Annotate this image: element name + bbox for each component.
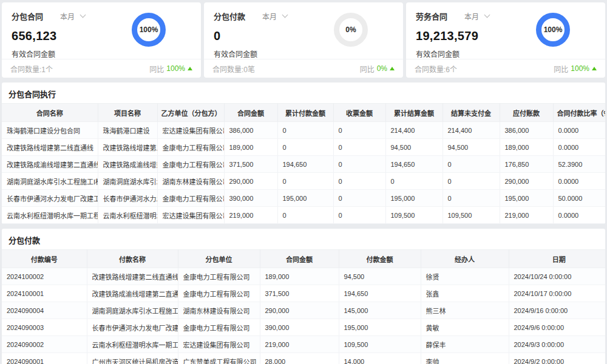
yoy-value: 0% xyxy=(377,64,387,73)
cell: 黄敏 xyxy=(421,319,509,336)
cell: 2024/9/2 0:00:00 xyxy=(509,353,605,364)
amount-value: 656,123 xyxy=(2,22,201,43)
period-dropdown[interactable]: 本月 xyxy=(60,11,85,21)
cell: 0.0000 xyxy=(553,122,605,139)
column-header: 合同金额 xyxy=(224,104,277,122)
card-title: 分包付款 xyxy=(214,10,245,22)
cell: 194,650 xyxy=(385,156,443,173)
cell: 290,000 xyxy=(260,302,339,319)
cell: 94,500 xyxy=(339,268,421,285)
cell: 50.0000 xyxy=(553,190,605,207)
cell: 湖南洞庭湖水库引水工程施工I标分包合同 xyxy=(87,302,178,319)
table-row[interactable]: 改建铁路成渝线增建第二直通线改建铁路成渝线增建第二直通线金康电力工程有限公司37… xyxy=(2,156,605,173)
column-header: 分包单位 xyxy=(178,250,260,268)
column-header: 应付账款 xyxy=(500,104,553,122)
column-header: 累计付款金额 xyxy=(277,104,333,122)
period-dropdown[interactable]: 本月 xyxy=(262,11,287,21)
column-header: 合同金额 xyxy=(260,250,339,268)
cell: 109,500 xyxy=(385,207,443,224)
cell: 2024/9/3 0:00:00 xyxy=(509,336,605,353)
column-header: 付款名称 xyxy=(87,250,178,268)
cell: 145,000 xyxy=(339,302,421,319)
table-row[interactable]: 云南水利枢纽潜明水库一期工程施工云南水利枢纽潜明水库一期工程施工宏达建设集团有限… xyxy=(2,207,605,224)
cell: 0 xyxy=(443,190,500,207)
cell: 改建铁路成渝线增建第二直通线（成渝枢纽 xyxy=(87,285,178,302)
arrow-up-icon xyxy=(592,67,597,70)
cell: 金康电力工程有限公司 xyxy=(157,190,224,207)
table-row[interactable]: 2024090002云南水利枢纽潜明水库一期工程施工I标分宏达建设集团有限公司2… xyxy=(2,336,605,353)
cell: 176,850 xyxy=(500,156,553,173)
cell: 14,000 xyxy=(339,353,421,364)
column-header: 项目名称 xyxy=(98,104,157,122)
cell: 390,000 xyxy=(260,319,339,336)
cell: 0 xyxy=(443,173,500,190)
cell: 219,000 xyxy=(224,207,277,224)
table-row[interactable]: 2024100002改建铁路线增建第二线直通线（成都-西安金康电力工程有限公司1… xyxy=(2,268,605,285)
section-title: 分包合同执行 xyxy=(2,83,605,103)
cell: 改建铁路线增建第二线直通线 xyxy=(2,139,98,156)
cell: 2024100001 xyxy=(2,285,87,302)
cell: 薛保丰 xyxy=(421,336,509,353)
cell: 0 xyxy=(443,156,500,173)
cell: 长春市伊通河水力发电厂改建工程 xyxy=(2,190,98,207)
table-row[interactable]: 湖南洞庭湖水库引水工程施工I标湖南洞庭湖水库引水工程施工I标湖南东林建设有限公司… xyxy=(2,173,605,190)
cell: 张鑫 xyxy=(421,285,509,302)
cell: 湖南东林建设有限公司 xyxy=(157,173,224,190)
cell: 195,000 xyxy=(339,319,421,336)
yoy-label: 同比 xyxy=(554,64,568,74)
table-row[interactable]: 2024090001广州市天河区统计局机房改造项目分包合同广东赞美成工程有限公司… xyxy=(2,353,605,364)
yoy-label: 同比 xyxy=(360,64,375,74)
card-header: 分包合同 本月 xyxy=(2,2,201,22)
column-header: 合同名称 xyxy=(2,104,98,122)
cell: 熊三林 xyxy=(421,302,509,319)
card-title: 劳务合同 xyxy=(416,10,447,22)
column-header: 乙方单位（分包方） xyxy=(157,104,224,122)
period-dropdown[interactable]: 本月 xyxy=(464,11,489,21)
yoy-indicator: 同比 0% xyxy=(360,64,395,74)
table-row[interactable]: 2024090003长春市伊通河水力发电厂改建工程分包合同金康电力工程有限公司3… xyxy=(2,319,605,336)
table-row[interactable]: 2024100001改建铁路成渝线增建第二直通线（成渝枢纽金康电力工程有限公司3… xyxy=(2,285,605,302)
cell: 金康电力工程有限公司 xyxy=(157,156,224,173)
table-row[interactable]: 改建铁路线增建第二线直通线改建铁路线增建第二线直通线金康电力工程有限公司189,… xyxy=(2,139,605,156)
cell: 金康电力工程有限公司 xyxy=(157,139,224,156)
cell: 0.0000 xyxy=(553,207,605,224)
subcontract-payment-panel: 分包付款 付款编号付款名称分包单位合同金额付款金额经办人日期 202410000… xyxy=(2,229,605,364)
contract-count-label: 合同数量:1个 xyxy=(10,64,53,74)
cell: 194,650 xyxy=(339,285,421,302)
cell: 云南水利枢纽潜明水库一期工程施工 xyxy=(98,207,157,224)
progress-ring: 0% xyxy=(334,13,368,47)
table-header-row: 付款编号付款名称分包单位合同金额付款金额经办人日期 xyxy=(2,250,605,268)
cell: 390,000 xyxy=(224,190,277,207)
progress-ring: 100% xyxy=(132,13,166,47)
chevron-down-icon xyxy=(282,12,288,18)
column-header: 合同付款比率（%） xyxy=(553,104,605,122)
cell: 金康电力工程有限公司 xyxy=(178,268,260,285)
cell: 371,500 xyxy=(224,156,277,173)
cell: 189,000 xyxy=(500,139,553,156)
cell: 94,500 xyxy=(385,139,443,156)
table-row[interactable]: 珠海鹤港口建设分包合同珠海鹤港口建设宏达建设集团有限公司386,00000214… xyxy=(2,122,605,139)
cell: 0 xyxy=(333,139,385,156)
cell: 0.0000 xyxy=(553,173,605,190)
section-title: 分包付款 xyxy=(2,229,605,249)
yoy-value: 100% xyxy=(571,64,589,73)
cell: 宏达建设集团有限公司 xyxy=(157,122,224,139)
cell: 109,500 xyxy=(339,336,421,353)
cell: 0 xyxy=(333,156,385,173)
cell: 广州市天河区统计局机房改造项目分包合同 xyxy=(87,353,178,364)
table-row[interactable]: 2024090004湖南洞庭湖水库引水工程施工I标分包合同湖南东林建设有限公司2… xyxy=(2,302,605,319)
cell: 189,000 xyxy=(224,139,277,156)
cell: 195,000 xyxy=(500,190,553,207)
cell: 2024/9/6 0:00:00 xyxy=(509,319,605,336)
cell: 0 xyxy=(277,173,333,190)
cell: 386,000 xyxy=(500,122,553,139)
cell: 290,000 xyxy=(500,173,553,190)
arrow-up-icon xyxy=(188,67,192,70)
cell: 珠海鹤港口建设分包合同 xyxy=(2,122,98,139)
amount-label: 有效合同金额 xyxy=(2,43,201,59)
cell: 194,650 xyxy=(277,156,333,173)
table-row[interactable]: 长春市伊通河水力发电厂改建工程长春市伊通河水力发电厂改建工程金康电力工程有限公司… xyxy=(2,190,605,207)
cell: 湖南东林建设有限公司 xyxy=(178,302,260,319)
cell: 195,000 xyxy=(385,190,443,207)
cell: 0 xyxy=(385,173,443,190)
